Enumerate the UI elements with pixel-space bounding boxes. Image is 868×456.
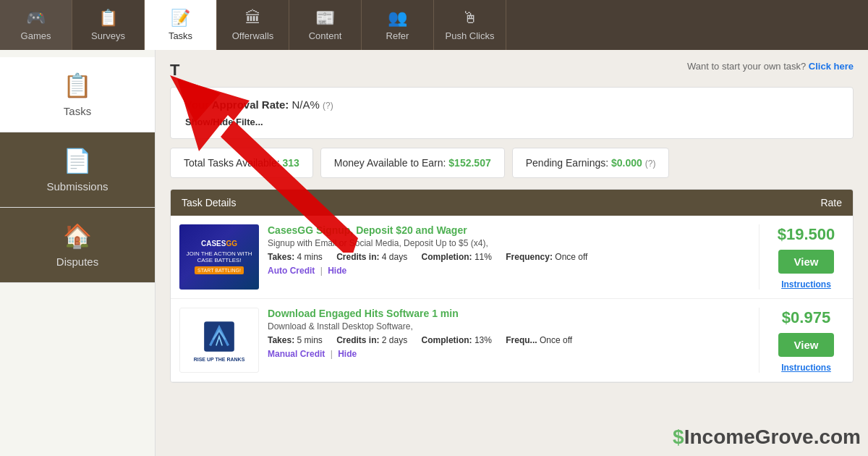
task-title-casesgg: CasesGG Signup, Deposit $20 and Wager [268,224,752,236]
nav-content[interactable]: 📰 Content [289,0,362,50]
task-thumbnail-casesgg: CASESGG JOIN THE ACTION WITHCASE BATTLES… [179,224,259,290]
nav-pushclicks[interactable]: 🖱 Push Clicks [434,0,506,50]
table-row: RISE UP THE RANKS Download Engaged Hits … [171,299,853,382]
task-frequency-engagedhits: Frequ... Once off [506,335,578,345]
refer-icon: 👥 [388,9,407,28]
stat-total-tasks-label: Total Tasks Available: [184,157,280,169]
sidebar-submissions-icon: 📄 [63,147,92,174]
task-rate-casesgg: $19.500 [778,225,835,244]
task-takes-engagedhits: Takes: 5 mins [268,335,328,345]
start-task-text: Want to start your own task? [687,61,806,72]
sidebar-tasks-icon: 📋 [63,72,92,99]
task-takes-casesgg: Takes: 4 mins [268,252,328,262]
nav-content-label: Content [309,30,342,41]
nav-tasks-label: Tasks [169,30,192,41]
task-info-casesgg: CasesGG Signup, Deposit $20 and Wager Si… [268,224,759,290]
stat-total-tasks: Total Tasks Available: 313 [170,148,313,178]
stat-pending-earnings: Pending Earnings: $0.000 (?) [512,148,670,178]
task-rate-engagedhits: $0.975 [782,308,830,327]
main-content: T Want to start your own task? Click her… [156,50,868,456]
start-task-link[interactable]: Click here [809,61,854,72]
pipe-casesgg: | [320,266,323,276]
sidebar-disputes-icon: 🏠 [63,222,92,250]
approval-value: N/A% [292,98,320,111]
sidebar-item-disputes[interactable]: 🏠 Disputes [0,208,155,283]
sidebar: 📋 Tasks 📄 Submissions 🏠 Disputes [0,50,156,456]
sidebar-disputes-label: Disputes [56,256,98,268]
task-completion-casesgg: Completion: 11% [422,252,498,262]
casesgg-tagline: JOIN THE ACTION WITHCASE BATTLES! [187,250,252,263]
watermark-text: IncomeGrove.com [684,426,861,448]
approval-label: Your Approval Rate: [185,98,289,111]
offerwalls-icon: 🏛 [245,9,261,28]
stat-total-tasks-value: 313 [282,157,299,169]
task-desc-engagedhits: Download & Install Desktop Software, [268,321,752,332]
watermark: $IncomeGrove.com [673,426,861,449]
stat-money-label: Money Available to Earn: [334,157,446,169]
start-task-prompt: Want to start your own task? Click here [687,61,854,72]
top-nav: 🎮 Games 📋 Surveys 📝 Tasks 🏛 Offerwalls 📰… [0,0,868,50]
hide-link-casesgg[interactable]: Hide [328,266,346,276]
page-title: T [170,61,179,80]
nav-tasks[interactable]: 📝 Tasks [145,0,217,50]
stat-pending-label: Pending Earnings: [526,157,608,169]
casesgg-cta: START BATTLING! [195,266,244,274]
task-credits-engagedhits: Credits in: 2 days [336,335,413,345]
task-meta-engagedhits: Takes: 5 mins Credits in: 2 days Complet… [268,335,752,345]
task-completion-engagedhits: Completion: 13% [422,335,498,345]
stat-pending-help: (?) [645,159,656,169]
sidebar-item-submissions[interactable]: 📄 Submissions [0,132,155,208]
view-button-casesgg[interactable]: View [778,250,835,274]
table-row: CASESGG JOIN THE ACTION WITHCASE BATTLES… [171,216,853,299]
stats-row: Total Tasks Available: 313 Money Availab… [170,148,854,178]
stat-money-available: Money Available to Earn: $152.507 [320,148,505,178]
nav-offerwalls[interactable]: 🏛 Offerwalls [217,0,289,50]
auto-credit-link-casesgg[interactable]: Auto Credit [268,266,315,276]
sidebar-item-tasks[interactable]: 📋 Tasks [0,57,155,132]
tasks-icon: 📝 [171,9,190,28]
nav-pushclicks-label: Push Clicks [446,30,495,41]
instructions-link-casesgg[interactable]: Instructions [781,279,831,290]
stat-pending-value: $0.000 [611,157,642,169]
nav-surveys[interactable]: 📋 Surveys [72,0,145,50]
task-credits-casesgg: Credits in: 4 days [336,252,413,262]
pushclicks-icon: 🖱 [462,9,478,28]
content-header: T Want to start your own task? Click her… [170,61,854,80]
engaged-tagline: RISE UP THE RANKS [194,357,245,362]
task-rate-col-engagedhits: $0.975 View Instructions [759,308,853,373]
engaged-logo: RISE UP THE RANKS [194,318,245,362]
pipe-engagedhits: | [331,349,333,359]
sidebar-submissions-label: Submissions [46,180,108,193]
nav-games-label: Games [21,30,51,41]
task-frequency-casesgg: Frequency: Once off [506,252,593,262]
nav-games[interactable]: 🎮 Games [0,0,72,50]
show-hide-filter[interactable]: Show/Hide Filte... [185,117,838,127]
content-icon: 📰 [315,9,335,28]
approval-rate-row: Your Approval Rate: N/A% (?) [185,98,838,111]
games-icon: 🎮 [26,9,46,28]
manual-credit-link-engagedhits[interactable]: Manual Credit [268,349,325,359]
surveys-icon: 📋 [98,9,118,28]
watermark-symbol: $ [673,426,684,448]
task-table-header: Task Details Rate [171,190,853,216]
task-desc-casesgg: Signup with Email or Social Media, Depos… [268,238,752,248]
nav-refer[interactable]: 👥 Refer [362,0,434,50]
task-links-engagedhits: Manual Credit | Hide [268,349,752,359]
task-info-engagedhits: Download Engaged Hits Software 1 min Dow… [268,308,759,373]
table-header-rate: Rate [820,197,842,208]
table-header-details: Task Details [182,197,236,208]
sidebar-tasks-label: Tasks [64,105,91,117]
task-thumbnail-engagedhits: RISE UP THE RANKS [179,308,259,373]
task-table: Task Details Rate CASESGG JOIN THE ACTIO… [170,189,854,383]
hide-link-engagedhits[interactable]: Hide [338,349,357,359]
nav-refer-label: Refer [386,30,409,41]
nav-offerwalls-label: Offerwalls [232,30,274,41]
casesgg-thumb-inner: CASESGG JOIN THE ACTION WITHCASE BATTLES… [179,224,259,290]
approval-box: Your Approval Rate: N/A% (?) Show/Hide F… [170,87,854,139]
task-meta-casesgg: Takes: 4 mins Credits in: 4 days Complet… [268,252,752,262]
task-rate-col-casesgg: $19.500 View Instructions [759,224,853,290]
instructions-link-engagedhits[interactable]: Instructions [781,363,831,373]
casesgg-logo: CASESGG [201,240,237,248]
view-button-engagedhits[interactable]: View [778,333,835,357]
main-layout: 📋 Tasks 📄 Submissions 🏠 Disputes [0,50,868,456]
